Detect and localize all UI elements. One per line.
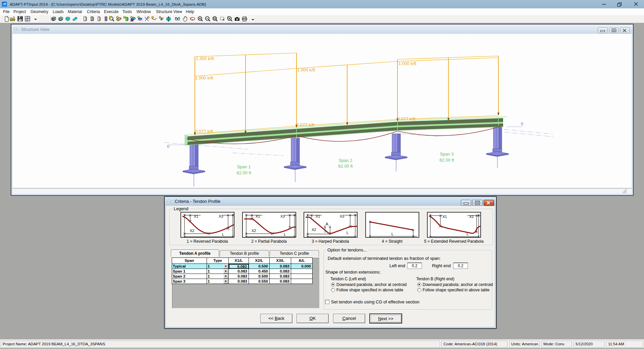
- svg-text:X1: X1: [256, 214, 260, 218]
- svg-text:L: L: [391, 232, 393, 236]
- svg-text:X3: X3: [219, 214, 223, 218]
- svg-text:1.000 k/ft: 1.000 k/ft: [297, 67, 315, 72]
- svg-text:1.000 k/ft: 1.000 k/ft: [195, 75, 213, 80]
- svg-text:L: L: [222, 232, 224, 236]
- svg-text:X2: X2: [469, 215, 474, 219]
- svg-text:X2: X2: [312, 228, 316, 232]
- svg-text:X1: X1: [194, 214, 198, 218]
- svg-text:0.077 k/ft: 0.077 k/ft: [195, 129, 213, 134]
- svg-text:0.077 k/ft: 0.077 k/ft: [397, 116, 416, 121]
- svg-text:1.300 k/ft: 1.300 k/ft: [196, 56, 214, 61]
- svg-text:L: L: [346, 231, 348, 235]
- svg-text:62.00 ft: 62.00 ft: [439, 158, 454, 163]
- svg-text:Span 3: Span 3: [440, 152, 453, 157]
- svg-text:Span 2: Span 2: [338, 158, 352, 163]
- svg-text:0: 0: [167, 144, 169, 149]
- svg-text:0.077 k/ft: 0.077 k/ft: [297, 122, 315, 127]
- svg-text:62.00 ft: 62.00 ft: [236, 170, 251, 175]
- svg-text:L: L: [284, 232, 286, 236]
- svg-text:X3: X3: [340, 214, 344, 218]
- svg-text:A: A: [326, 222, 328, 226]
- svg-text:X2: X2: [190, 229, 194, 233]
- svg-text:L: L: [467, 232, 469, 236]
- svg-text:X1: X1: [316, 214, 320, 218]
- svg-text:X3: X3: [280, 214, 285, 218]
- svg-text:1.000 k/ft: 1.000 k/ft: [398, 61, 417, 66]
- svg-text:62.00 ft: 62.00 ft: [338, 164, 353, 169]
- svg-text:0: 0: [521, 121, 523, 126]
- svg-text:X1: X1: [442, 215, 447, 219]
- svg-text:Span 1: Span 1: [237, 164, 251, 169]
- svg-text:X2: X2: [252, 229, 256, 233]
